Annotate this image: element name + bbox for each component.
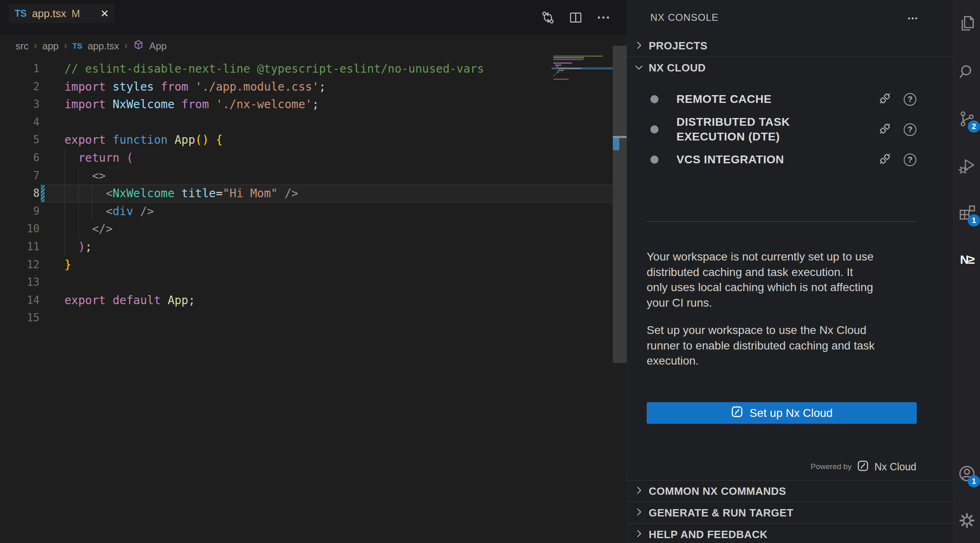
- nx-cloud-item[interactable]: DISTRIBUTED TASK EXECUTION (DTE) ?: [627, 115, 953, 144]
- connect-plug-icon[interactable]: [878, 121, 892, 138]
- code-line-9[interactable]: 9 <div />: [0, 203, 627, 220]
- panel-bottom-sections: COMMON NX COMMANDS GENERATE & RUN TARGET…: [627, 480, 953, 543]
- line-number: 5: [0, 131, 40, 149]
- typescript-file-icon: TS: [72, 42, 82, 51]
- chevron-right-icon: [634, 485, 644, 497]
- chevron-right-icon: [634, 40, 644, 52]
- settings-gear-icon[interactable]: [953, 510, 980, 531]
- more-actions-icon[interactable]: [907, 12, 919, 26]
- connect-plug-icon[interactable]: [878, 91, 892, 107]
- code-line-14[interactable]: 14export default App;: [0, 292, 627, 309]
- run-and-debug-icon[interactable]: [953, 155, 980, 176]
- code-line-4[interactable]: 4: [0, 113, 627, 131]
- code-text: <>: [64, 167, 106, 185]
- nx-cloud-item[interactable]: REMOTE CACHE ?: [627, 91, 953, 107]
- setup-nx-cloud-button[interactable]: Set up Nx Cloud: [647, 402, 917, 424]
- code-line-1[interactable]: 1// eslint-disable-next-line @typescript…: [0, 60, 627, 78]
- content-divider: [646, 221, 917, 222]
- help-question-icon[interactable]: ?: [904, 154, 916, 166]
- status-dot-icon: [650, 156, 659, 164]
- code-line-8[interactable]: 8 <NxWelcome title="Hi Mom" />: [0, 185, 627, 203]
- chevron-right-icon: [634, 507, 644, 519]
- line-number: 4: [0, 113, 40, 131]
- source-control-icon[interactable]: 2: [953, 108, 980, 129]
- nx-cloud-items: REMOTE CACHE ? DISTRIBUTED TASK EXECUTIO…: [627, 79, 953, 168]
- explorer-icon[interactable]: [953, 13, 980, 34]
- code-line-15[interactable]: 15: [0, 309, 627, 327]
- panel-header: NX CONSOLE: [627, 0, 953, 35]
- extensions-icon[interactable]: 1: [953, 202, 980, 223]
- code-text: export function App() {: [64, 131, 223, 149]
- line-number: 12: [0, 256, 40, 274]
- code-text: // eslint-disable-next-line @typescript-…: [64, 60, 484, 78]
- open-changes-icon[interactable]: [540, 10, 556, 25]
- help-question-icon[interactable]: ?: [904, 123, 916, 136]
- accounts-badge: 1: [968, 475, 980, 487]
- code-line-2[interactable]: 2import styles from './app.module.css';: [0, 78, 627, 96]
- powered-by: Powered by Nx Cloud: [811, 457, 916, 476]
- line-number: 3: [0, 96, 40, 113]
- breadcrumb-separator: ›: [34, 40, 37, 51]
- code-text: </>: [64, 220, 113, 238]
- panel-section-header[interactable]: COMMON NX COMMANDS: [627, 480, 953, 502]
- line-number: 15: [0, 309, 40, 327]
- code-line-12[interactable]: 12}: [0, 256, 627, 274]
- description-paragraph: Your workspace is not currently set up t…: [647, 249, 924, 310]
- breadcrumb-file[interactable]: app.tsx: [88, 40, 119, 52]
- line-number: 9: [0, 203, 40, 220]
- help-question-icon[interactable]: ?: [904, 93, 916, 106]
- code-text: export default App;: [64, 292, 195, 309]
- close-tab-icon[interactable]: ×: [101, 7, 109, 20]
- code-text: return (: [64, 149, 133, 167]
- powered-by-label: Powered by: [811, 462, 851, 471]
- code-line-11[interactable]: 11 );: [0, 238, 627, 256]
- code-text: <NxWelcome title="Hi Mom" />: [64, 185, 298, 203]
- minimap[interactable]: [552, 56, 613, 92]
- line-number: 1: [0, 60, 40, 78]
- nx-console-icon[interactable]: N≥: [953, 249, 980, 270]
- code-line-6[interactable]: 6 return (: [0, 149, 627, 167]
- nx-cloud-item[interactable]: VCS INTEGRATION ?: [627, 151, 953, 168]
- more-actions-icon[interactable]: [596, 10, 611, 25]
- scrollbar-slider[interactable]: [613, 46, 627, 363]
- code-line-13[interactable]: 13: [0, 274, 627, 292]
- vscode-window: TS app.tsx M ×: [0, 0, 980, 543]
- code-line-7[interactable]: 7 <>: [0, 167, 627, 185]
- breadcrumb-app[interactable]: app: [42, 40, 59, 52]
- section-nx-cloud[interactable]: NX CLOUD: [627, 57, 953, 79]
- code-line-3[interactable]: 3import NxWelcome from './nx-welcome';: [0, 96, 627, 113]
- code-line-5[interactable]: 5export function App() {: [0, 131, 627, 149]
- code-text: }: [64, 256, 71, 274]
- connect-plug-icon[interactable]: [878, 151, 892, 168]
- setup-button-label: Set up Nx Cloud: [749, 407, 833, 420]
- accounts-icon[interactable]: 1: [953, 463, 980, 484]
- line-number: 10: [0, 220, 40, 238]
- git-modified-badge: M: [71, 8, 80, 20]
- nx-cloud-item-label: REMOTE CACHE: [676, 92, 823, 107]
- chevron-right-icon: [634, 528, 644, 541]
- code-line-10[interactable]: 10 </>: [0, 220, 627, 238]
- description-paragraph: Set up your workspace to use the Nx Clou…: [647, 323, 924, 369]
- tab-app-tsx[interactable]: TS app.tsx M ×: [9, 4, 114, 23]
- status-dot-icon: [650, 125, 659, 134]
- panel-section-header[interactable]: HELP AND FEEDBACK: [627, 523, 953, 543]
- nx-logo: N≥: [960, 253, 974, 267]
- panel-section-header[interactable]: GENERATE & RUN TARGET: [627, 502, 953, 523]
- breadcrumb-symbol[interactable]: App: [149, 40, 167, 52]
- breadcrumb-src[interactable]: src: [16, 40, 29, 52]
- editor-actions: [540, 0, 611, 35]
- nx-cloud-item-label: VCS INTEGRATION: [676, 152, 823, 167]
- nx-console-panel: NX CONSOLE PROJECTS NX CLOUD REMOTE CACH…: [627, 0, 953, 543]
- line-number: 14: [0, 292, 40, 309]
- activity-bar: 2 1 N≥ 1: [953, 0, 980, 543]
- search-icon[interactable]: [953, 61, 980, 82]
- code-text: );: [64, 238, 92, 256]
- breadcrumb-separator: ›: [64, 40, 67, 51]
- line-number: 2: [0, 78, 40, 96]
- nx-cloud-logo-icon: [731, 405, 743, 421]
- split-editor-icon[interactable]: [568, 10, 583, 25]
- nx-cloud-item-label: DISTRIBUTED TASK EXECUTION (DTE): [676, 115, 823, 144]
- line-number: 7: [0, 167, 40, 185]
- extensions-badge: 1: [968, 214, 980, 227]
- section-projects[interactable]: PROJECTS: [627, 35, 953, 57]
